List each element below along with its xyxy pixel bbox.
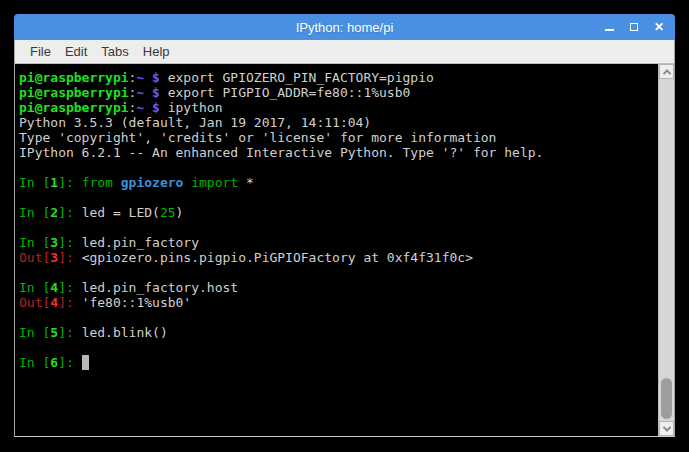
terminal-output: pi@raspberrypi:~ $ export GPIOZERO_PIN_F… [19, 70, 656, 436]
terminal-text: 4 [50, 280, 58, 295]
scroll-thumb[interactable] [661, 378, 672, 419]
terminal-line [19, 310, 656, 325]
terminal-text: Python 3.5.3 (default, Jan 19 2017, 14:1… [19, 115, 371, 130]
terminal-text: ]: [58, 250, 81, 265]
terminal-line: In [6]: [19, 355, 656, 370]
terminal-line: pi@raspberrypi:~ $ export GPIOZERO_PIN_F… [19, 70, 656, 85]
terminal-text: ipython [160, 100, 223, 115]
terminal-text: led.pin_factory [82, 235, 199, 250]
terminal-line: pi@raspberrypi:~ $ export PIGPIO_ADDR=fe… [19, 85, 656, 100]
scroll-down-button[interactable] [659, 421, 674, 436]
terminal-line [19, 220, 656, 235]
terminal-text: 6 [50, 355, 58, 370]
window-controls: ✕ [603, 14, 665, 40]
terminal-text: 4 [50, 295, 58, 310]
terminal-text: 25 [160, 205, 176, 220]
terminal-text: led.blink() [82, 325, 168, 340]
terminal-line [19, 265, 656, 280]
terminal-text: 5 [50, 325, 58, 340]
terminal-text: ]: [58, 295, 81, 310]
close-button[interactable]: ✕ [653, 21, 665, 33]
terminal-text: 1 [50, 175, 58, 190]
terminal-text: export GPIOZERO_PIN_FACTORY=pigpio [160, 70, 434, 85]
menu-item-edit[interactable]: Edit [58, 42, 94, 61]
maximize-button[interactable] [628, 21, 640, 33]
menu-item-help[interactable]: Help [136, 42, 177, 61]
terminal-text: import [183, 175, 246, 190]
terminal-text: ~ $ [136, 70, 159, 85]
terminal-line: In [4]: led.pin_factory.host [19, 280, 656, 295]
terminal-line [19, 190, 656, 205]
terminal-text: led = LED( [82, 205, 160, 220]
terminal-text: 3 [50, 250, 58, 265]
terminal-text: IPython 6.2.1 -- An enhanced Interactive… [19, 145, 543, 160]
terminal-text: export PIGPIO_ADDR=fe80::1%usb0 [160, 85, 410, 100]
terminal-text: ]: [58, 280, 81, 295]
minimize-icon [605, 29, 614, 31]
terminal-line: Type 'copyright', 'credits' or 'license'… [19, 130, 656, 145]
close-icon: ✕ [654, 21, 664, 33]
terminal-line: pi@raspberrypi:~ $ ipython [19, 100, 656, 115]
terminal-text: In [ [19, 325, 50, 340]
terminal-text: <gpiozero.pins.pigpio.PiGPIOFactory at 0… [82, 250, 473, 265]
terminal-text: 2 [50, 205, 58, 220]
terminal-line: Out[3]: <gpiozero.pins.pigpio.PiGPIOFact… [19, 250, 656, 265]
terminal-text: 'fe80::1%usb0' [82, 295, 192, 310]
terminal-text: In [ [19, 205, 50, 220]
terminal-text: In [ [19, 175, 50, 190]
desktop: { "window": { "title": "IPython: home/pi… [0, 0, 689, 452]
terminal-text: 3 [50, 235, 58, 250]
terminal-text: In [ [19, 355, 50, 370]
maximize-icon [630, 23, 638, 31]
terminal-line: IPython 6.2.1 -- An enhanced Interactive… [19, 145, 656, 160]
scroll-up-button[interactable] [659, 64, 674, 79]
scrollbar[interactable] [658, 64, 674, 436]
menu-item-file[interactable]: File [23, 42, 58, 61]
terminal-line: Python 3.5.3 (default, Jan 19 2017, 14:1… [19, 115, 656, 130]
menubar: File Edit Tabs Help [14, 40, 675, 64]
terminal-text: * [246, 175, 254, 190]
terminal-line: In [2]: led = LED(25) [19, 205, 656, 220]
terminal-text: ]: [58, 205, 81, 220]
terminal-text: In [ [19, 235, 50, 250]
terminal-text: led.pin_factory.host [82, 280, 239, 295]
terminal-line: Out[4]: 'fe80::1%usb0' [19, 295, 656, 310]
terminal-line: In [3]: led.pin_factory [19, 235, 656, 250]
terminal-text: ~ $ [136, 100, 159, 115]
terminal-text: pi@raspberrypi [19, 100, 129, 115]
chevron-up-icon [662, 69, 670, 77]
terminal-text: In [ [19, 280, 50, 295]
terminal-text: gpiozero [121, 175, 184, 190]
terminal-view[interactable]: pi@raspberrypi:~ $ export GPIOZERO_PIN_F… [14, 64, 675, 437]
terminal-text: ) [176, 205, 184, 220]
terminal-line [19, 160, 656, 175]
terminal-line: In [1]: from gpiozero import * [19, 175, 656, 190]
terminal-text: Out[ [19, 295, 50, 310]
terminal-text: Type 'copyright', 'credits' or 'license'… [19, 130, 496, 145]
menu-item-tabs[interactable]: Tabs [94, 42, 135, 61]
terminal-line [19, 340, 656, 355]
titlebar[interactable]: IPython: home/pi ✕ [14, 14, 675, 40]
window-title: IPython: home/pi [14, 14, 675, 40]
text-cursor [82, 355, 90, 370]
chevron-down-icon [662, 423, 670, 431]
terminal-text: ]: [58, 235, 81, 250]
terminal-text: ]: [58, 325, 81, 340]
terminal-line: In [5]: led.blink() [19, 325, 656, 340]
terminal-text: pi@raspberrypi [19, 70, 129, 85]
minimize-button[interactable] [603, 21, 615, 33]
terminal-window: IPython: home/pi ✕ File Edit Tabs Help p… [14, 14, 675, 437]
terminal-text: pi@raspberrypi [19, 85, 129, 100]
terminal-text: from [82, 175, 121, 190]
terminal-text: Out[ [19, 250, 50, 265]
terminal-text: ]: [58, 175, 81, 190]
terminal-text: ]: [58, 355, 81, 370]
terminal-text: ~ $ [136, 85, 159, 100]
